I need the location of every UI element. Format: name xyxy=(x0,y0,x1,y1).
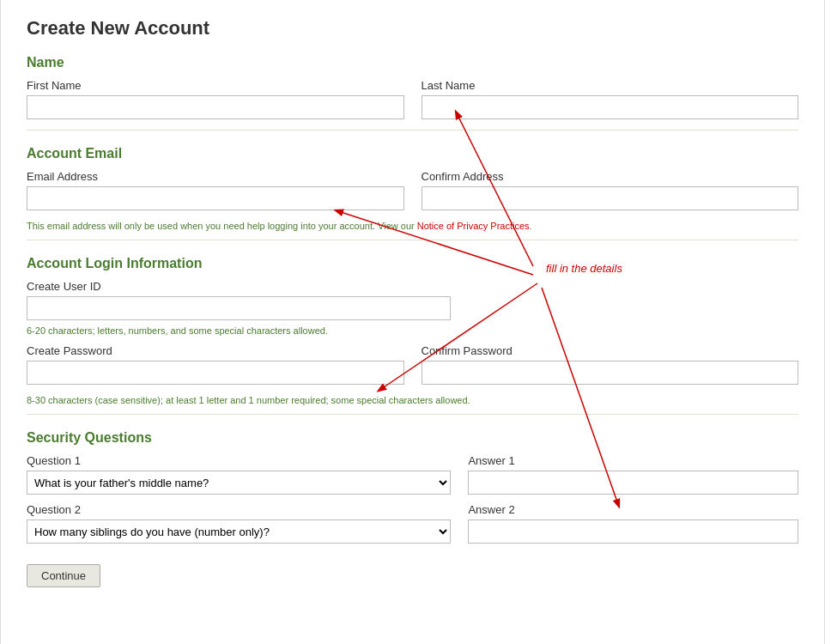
confirm-email-group: Confirm Address xyxy=(422,170,799,210)
question2-label: Question 2 xyxy=(27,503,451,516)
password-group: Create Password xyxy=(27,344,404,385)
question1-select[interactable]: What is your father's middle name? What … xyxy=(27,471,451,495)
confirm-password-label: Confirm Password xyxy=(422,344,799,357)
annotation-label: fill in the details xyxy=(546,262,622,275)
section-security-title: Security Questions xyxy=(27,430,798,446)
question1-label: Question 1 xyxy=(27,454,451,467)
section-login-title: Account Login Information xyxy=(27,256,798,271)
name-row: First Name Last Name xyxy=(27,79,798,119)
first-name-input[interactable] xyxy=(27,95,404,119)
confirm-email-input[interactable] xyxy=(422,186,799,210)
question1-group: Question 1 What is your father's middle … xyxy=(27,454,451,495)
user-id-hint: 6-20 characters; letters, numbers, and s… xyxy=(27,325,798,336)
question2-group: Question 2 How many siblings do you have… xyxy=(27,503,451,544)
privacy-link[interactable]: Notice of Privacy Practices xyxy=(417,221,530,231)
last-name-label: Last Name xyxy=(422,79,799,92)
answer1-group: Answer 1 xyxy=(468,454,798,495)
user-id-label: Create User ID xyxy=(27,280,798,293)
email-label: Email Address xyxy=(27,170,404,183)
security-row-2: Question 2 How many siblings do you have… xyxy=(27,503,798,544)
section-email-title: Account Email xyxy=(27,146,798,161)
confirm-email-label: Confirm Address xyxy=(422,170,799,183)
first-name-label: First Name xyxy=(27,79,404,92)
divider-3 xyxy=(27,414,798,415)
first-name-group: First Name xyxy=(27,79,404,119)
email-row: Email Address Confirm Address xyxy=(27,170,798,210)
last-name-group: Last Name xyxy=(422,79,799,119)
page-container: Create New Account Name First Name Last … xyxy=(0,0,825,644)
question2-select[interactable]: How many siblings do you have (number on… xyxy=(27,519,451,544)
user-id-group: Create User ID xyxy=(27,280,798,320)
page-title: Create New Account xyxy=(27,17,798,39)
section-name-title: Name xyxy=(27,55,798,70)
email-input[interactable] xyxy=(27,186,404,210)
answer1-input[interactable] xyxy=(468,471,798,495)
last-name-input[interactable] xyxy=(422,95,799,119)
password-label: Create Password xyxy=(27,344,404,357)
confirm-password-group: Confirm Password xyxy=(422,344,799,385)
password-row: Create Password Confirm Password xyxy=(27,344,798,385)
confirm-password-input[interactable] xyxy=(422,361,799,385)
user-id-input[interactable] xyxy=(27,296,451,320)
answer1-label: Answer 1 xyxy=(468,454,798,467)
answer2-input[interactable] xyxy=(468,519,798,544)
divider-1 xyxy=(27,130,798,131)
answer2-group: Answer 2 xyxy=(468,503,798,544)
answer2-label: Answer 2 xyxy=(468,503,798,516)
security-row-1: Question 1 What is your father's middle … xyxy=(27,454,798,495)
divider-2 xyxy=(27,240,798,240)
privacy-text: This email address will only be used whe… xyxy=(27,221,798,231)
email-group: Email Address xyxy=(27,170,404,210)
continue-button[interactable]: Continue xyxy=(27,564,100,587)
password-hint: 8-30 characters (case sensitive); at lea… xyxy=(27,395,798,405)
password-input[interactable] xyxy=(27,361,404,385)
